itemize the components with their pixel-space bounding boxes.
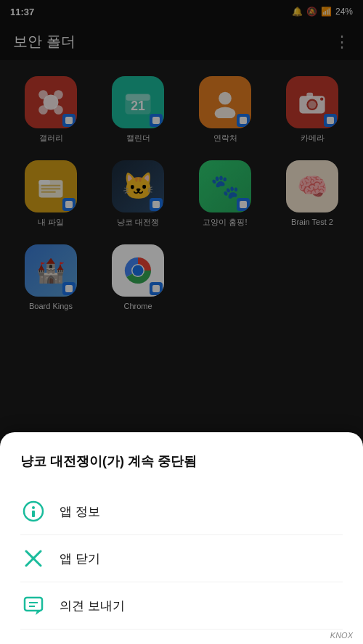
app-item-nyanko[interactable]: 🐱 냥코 대전쟁 — [94, 152, 182, 236]
app-label-gallery: 갤러리 — [39, 133, 63, 143]
badge-contacts — [237, 114, 250, 127]
svg-point-8 — [219, 92, 232, 105]
alarm-icon: 🔔 — [292, 7, 303, 17]
svg-point-1 — [38, 90, 48, 99]
app-item-contacts[interactable]: 연락처 — [182, 67, 269, 152]
app-item-myfiles[interactable]: 내 파일 — [7, 152, 94, 236]
badge-camera — [324, 114, 337, 127]
badge-gallery — [62, 114, 76, 127]
svg-point-24 — [32, 506, 35, 509]
header: 보안 폴더 ⋮ — [0, 23, 363, 60]
svg-rect-17 — [41, 185, 60, 186]
app-icon-contacts — [199, 76, 251, 128]
badge-nyanko — [150, 198, 163, 211]
battery-text: 24% — [335, 7, 353, 17]
sheet-title: 냥코 대전쟁이(가) 계속 중단됨 — [20, 453, 343, 471]
badge-boardkings — [62, 282, 76, 295]
app-item-boardkings[interactable]: 🏰 Board Kings — [7, 236, 94, 320]
status-icons: 🔔 🔕 📶 24% — [292, 7, 353, 17]
app-icon-chrome — [112, 244, 164, 297]
svg-rect-19 — [41, 191, 56, 193]
app-label-myfiles: 내 파일 — [38, 218, 64, 227]
app-label-contacts: 연락처 — [213, 133, 237, 143]
svg-rect-13 — [306, 93, 313, 98]
header-title: 보안 폴더 — [13, 32, 76, 51]
app-item-chrome[interactable]: Chrome — [94, 236, 182, 320]
svg-point-9 — [215, 107, 236, 118]
feedback-icon — [20, 593, 46, 619]
status-bar: 11:37 🔔 🔕 📶 24% — [0, 0, 363, 23]
info-icon — [20, 498, 46, 524]
app-grid: 갤러리 21 캘린더 연락처 — [0, 60, 363, 335]
mute-icon: 🔕 — [306, 7, 317, 17]
app-icon-camera — [286, 76, 338, 128]
app-label-camera: 카메라 — [301, 133, 325, 143]
svg-point-3 — [38, 105, 48, 115]
sheet-item-app-close[interactable]: 앱 닫기 — [20, 535, 343, 582]
app-item-catjump[interactable]: 🐾 고양이 홈핑! — [182, 152, 269, 236]
badge-catjump — [237, 198, 250, 211]
status-time: 11:37 — [10, 7, 34, 17]
sheet-item-feedback[interactable]: 의견 보내기 — [20, 582, 343, 629]
app-item-braintest[interactable]: 🧠 Brain Test 2 — [269, 152, 356, 236]
app-icon-myfiles — [25, 160, 77, 212]
badge-calendar — [150, 114, 163, 127]
app-icon-boardkings: 🏰 — [25, 244, 77, 297]
svg-point-14 — [320, 97, 323, 100]
close-icon — [20, 545, 46, 571]
svg-point-2 — [54, 90, 63, 99]
app-label-boardkings: Board Kings — [29, 302, 73, 311]
app-label-calendar: 캘린더 — [126, 133, 150, 143]
knox-watermark: KNOX — [330, 631, 353, 640]
svg-text:21: 21 — [131, 99, 145, 113]
sheet-label-feedback: 의견 보내기 — [60, 598, 125, 614]
bottom-sheet: 냥코 대전쟁이(가) 계속 중단됨 앱 정보 앱 닫기 — [0, 432, 363, 644]
svg-rect-25 — [32, 511, 35, 517]
app-label-chrome: Chrome — [123, 302, 152, 311]
svg-rect-16 — [39, 180, 50, 185]
app-label-braintest: Brain Test 2 — [291, 218, 333, 227]
sheet-label-app-close: 앱 닫기 — [60, 550, 100, 567]
badge-chrome — [150, 282, 163, 295]
sheet-item-app-info[interactable]: 앱 정보 — [20, 488, 343, 535]
app-label-nyanko: 냥코 대전쟁 — [117, 218, 159, 227]
header-menu-button[interactable]: ⋮ — [334, 33, 350, 51]
app-icon-calendar: 21 — [112, 76, 164, 128]
app-icon-braintest: 🧠 — [286, 160, 338, 212]
wifi-icon: 📶 — [321, 7, 332, 17]
svg-point-22 — [133, 265, 144, 276]
app-item-calendar[interactable]: 21 캘린더 — [94, 67, 182, 152]
svg-rect-28 — [25, 598, 42, 611]
app-item-camera[interactable]: 카메라 — [269, 67, 356, 152]
badge-myfiles — [62, 198, 76, 211]
app-icon-nyanko: 🐱 — [112, 160, 164, 212]
svg-rect-18 — [41, 188, 60, 189]
svg-point-12 — [309, 101, 317, 109]
sheet-label-app-info: 앱 정보 — [60, 503, 100, 520]
app-icon-catjump: 🐾 — [199, 160, 251, 212]
app-icon-gallery — [25, 76, 77, 128]
svg-point-4 — [54, 105, 63, 115]
app-label-catjump: 고양이 홈핑! — [203, 218, 247, 227]
svg-rect-7 — [126, 94, 150, 101]
app-item-gallery[interactable]: 갤러리 — [7, 67, 94, 152]
